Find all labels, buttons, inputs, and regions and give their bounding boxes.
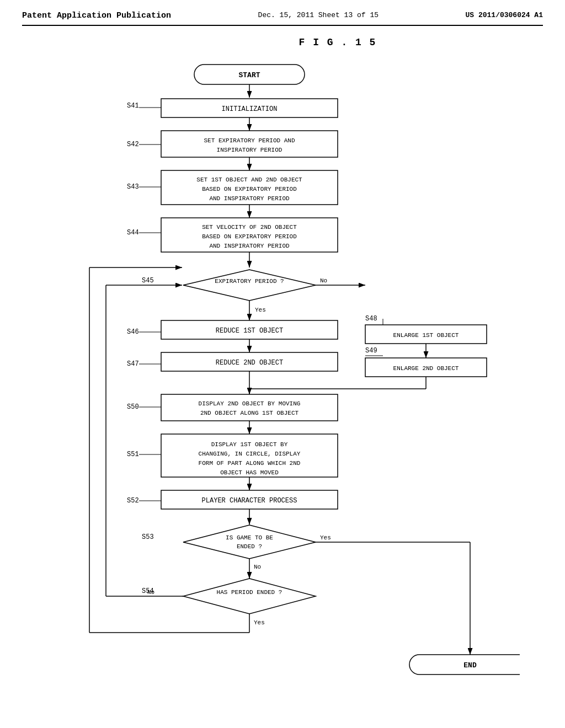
svg-text:S48: S48 bbox=[365, 315, 377, 323]
header-date-sheet: Dec. 15, 2011 Sheet 13 of 15 bbox=[258, 11, 379, 19]
svg-text:S52: S52 bbox=[127, 497, 139, 505]
svg-text:DISPLAY 1ST OBJECT BY: DISPLAY 1ST OBJECT BY bbox=[211, 441, 288, 448]
svg-rect-60 bbox=[161, 394, 338, 421]
svg-text:S46: S46 bbox=[127, 328, 139, 336]
svg-marker-87 bbox=[183, 579, 316, 614]
svg-text:INSPIRATORY PERIOD: INSPIRATORY PERIOD bbox=[217, 147, 282, 153]
svg-text:S47: S47 bbox=[127, 360, 139, 368]
svg-text:S53: S53 bbox=[142, 533, 154, 541]
svg-text:SET 1ST OBJECT AND 2ND OBJECT: SET 1ST OBJECT AND 2ND OBJECT bbox=[196, 176, 302, 183]
svg-text:OBJECT HAS MOVED: OBJECT HAS MOVED bbox=[220, 469, 279, 476]
svg-text:AND  INSPIRATORY PERIOD: AND INSPIRATORY PERIOD bbox=[209, 195, 290, 202]
header-patent: US 2011/0306024 A1 bbox=[466, 11, 543, 19]
svg-text:BASED ON EXPIRATORY PERIOD: BASED ON EXPIRATORY PERIOD bbox=[202, 186, 297, 192]
svg-text:FORM OF PART ALONG WHICH 2ND: FORM OF PART ALONG WHICH 2ND bbox=[199, 460, 301, 467]
svg-text:No: No bbox=[320, 277, 327, 284]
svg-text:Yes: Yes bbox=[255, 307, 266, 313]
svg-text:Yes: Yes bbox=[320, 534, 331, 541]
svg-text:AND INSPIRATORY PERIOD: AND INSPIRATORY PERIOD bbox=[209, 243, 290, 249]
figure-title: F I G . 1 5 bbox=[132, 37, 543, 48]
svg-text:SET EXPIRATORY PERIOD AND: SET EXPIRATORY PERIOD AND bbox=[204, 137, 295, 144]
svg-text:HAS PERIOD ENDED ?: HAS PERIOD ENDED ? bbox=[217, 589, 282, 596]
svg-text:REDUCE 1ST OBJECT: REDUCE 1ST OBJECT bbox=[216, 327, 283, 335]
svg-text:S49: S49 bbox=[365, 347, 377, 355]
svg-text:S41: S41 bbox=[127, 102, 139, 110]
svg-text:SET VELOCITY OF 2ND OBJECT: SET VELOCITY OF 2ND OBJECT bbox=[202, 224, 297, 231]
header-title: Patent Application Publication bbox=[22, 11, 171, 20]
flowchart-container: START S41 INITIALIZATION S42 SET EXPIRAT… bbox=[45, 53, 520, 704]
svg-text:BASED ON EXPIRATORY PERIOD: BASED ON EXPIRATORY PERIOD bbox=[202, 233, 297, 240]
svg-text:IS GAME TO BE: IS GAME TO BE bbox=[226, 534, 273, 541]
svg-text:PLAYER CHARACTER PROCESS: PLAYER CHARACTER PROCESS bbox=[202, 497, 297, 505]
page: Patent Application Publication Dec. 15, … bbox=[0, 0, 565, 728]
svg-text:S50: S50 bbox=[127, 403, 139, 411]
svg-text:REDUCE 2ND OBJECT: REDUCE 2ND OBJECT bbox=[216, 359, 283, 367]
svg-text:S43: S43 bbox=[127, 183, 139, 191]
svg-text:ENLARGE 1ST OBJECT: ENLARGE 1ST OBJECT bbox=[393, 332, 459, 339]
svg-text:INITIALIZATION: INITIALIZATION bbox=[222, 105, 278, 113]
flowchart-diagram: START S41 INITIALIZATION S42 SET EXPIRAT… bbox=[45, 53, 520, 704]
svg-text:S44: S44 bbox=[127, 229, 139, 237]
svg-text:END: END bbox=[463, 661, 477, 670]
svg-text:ENLARGE 2ND OBJECT: ENLARGE 2ND OBJECT bbox=[393, 365, 459, 372]
svg-marker-30 bbox=[183, 270, 316, 301]
svg-text:No: No bbox=[147, 589, 154, 596]
svg-text:2ND OBJECT ALONG 1ST OBJECT: 2ND OBJECT ALONG 1ST OBJECT bbox=[200, 410, 299, 416]
svg-text:Yes: Yes bbox=[254, 619, 265, 626]
page-header: Patent Application Publication Dec. 15, … bbox=[22, 11, 543, 26]
svg-text:S42: S42 bbox=[127, 141, 139, 148]
svg-text:EXPIRATORY PERIOD ?: EXPIRATORY PERIOD ? bbox=[215, 278, 284, 285]
svg-text:DISPLAY 2ND OBJECT BY MOVING: DISPLAY 2ND OBJECT BY MOVING bbox=[199, 400, 301, 407]
svg-text:S51: S51 bbox=[127, 451, 139, 458]
svg-text:START: START bbox=[238, 71, 260, 79]
svg-text:No: No bbox=[254, 564, 261, 570]
svg-text:S45: S45 bbox=[142, 277, 154, 285]
svg-text:ENDED ?: ENDED ? bbox=[237, 543, 262, 550]
svg-text:CHANGING, IN CIRCLE, DISPLAY: CHANGING, IN CIRCLE, DISPLAY bbox=[199, 451, 301, 457]
svg-marker-78 bbox=[183, 525, 316, 559]
